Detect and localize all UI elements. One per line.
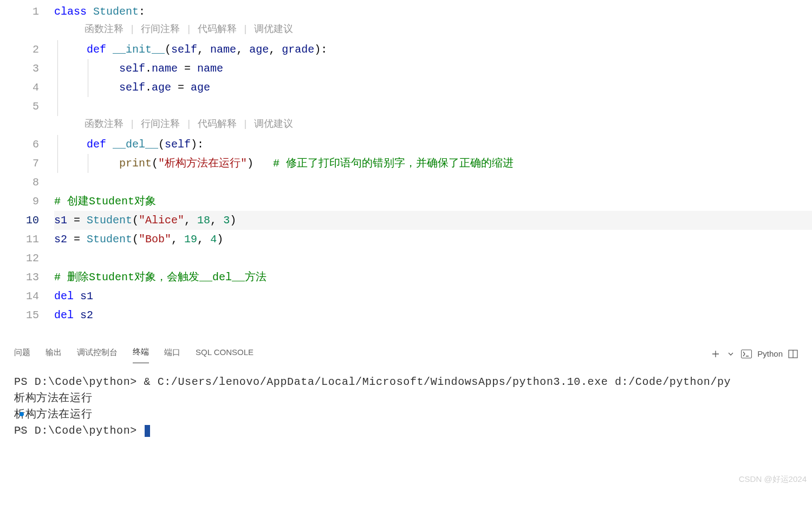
variable: s1 <box>80 290 93 302</box>
line-number: 3 <box>0 59 39 78</box>
code-line[interactable]: self.age = age <box>54 78 812 97</box>
punct: : <box>197 138 204 151</box>
param: age <box>249 43 269 56</box>
code-line[interactable]: def __init__(self, name, age, grade): <box>54 40 812 59</box>
terminal-shell-icon[interactable] <box>741 350 752 358</box>
keyword: del <box>54 309 74 321</box>
split-terminal-icon[interactable] <box>788 349 798 359</box>
tab-output[interactable]: 输出 <box>46 345 62 363</box>
code-line[interactable]: def __del__(self): <box>54 135 812 154</box>
operator: = <box>67 233 87 246</box>
tab-problems[interactable]: 问题 <box>14 345 30 363</box>
whitespace <box>74 290 80 302</box>
tab-sql-console[interactable]: SQL CONSOLE <box>196 345 254 363</box>
punct: ) <box>191 138 197 151</box>
code-line[interactable]: # 创建Student对象 <box>54 192 812 211</box>
tab-ports[interactable]: 端口 <box>164 345 180 363</box>
operator: = <box>171 81 191 94</box>
codelens-hints[interactable]: 函数注释行间注释代码解释调优建议 <box>54 21 812 40</box>
param: self <box>171 43 197 56</box>
status-dot-icon <box>20 412 24 416</box>
line-number: 15 <box>0 306 39 325</box>
panel-tabs: 问题 输出 调试控制台 终端 端口 SQL CONSOLE Python <box>0 342 812 363</box>
hint-item[interactable]: 函数注释 <box>85 119 124 130</box>
terminal-output[interactable]: PS D:\Code\python> & C:/Users/lenovo/App… <box>0 363 812 439</box>
line-number: 13 <box>0 268 39 287</box>
code-line[interactable] <box>54 97 812 116</box>
tab-terminal[interactable]: 终端 <box>133 345 149 363</box>
variable: s2 <box>54 233 67 246</box>
operator: = <box>178 62 197 75</box>
self: self <box>119 62 145 75</box>
new-terminal-icon[interactable] <box>711 349 720 359</box>
terminal-text: 析构方法在运行 <box>14 408 92 421</box>
terminal-cursor <box>145 425 150 437</box>
punct: , <box>184 214 197 227</box>
class-name: Student <box>93 5 139 18</box>
whitespace <box>254 157 273 170</box>
punct: : <box>321 43 327 56</box>
punct: ) <box>217 233 223 246</box>
watermark-text: CSDN @好运2024 <box>739 472 807 486</box>
code-line[interactable]: # 删除Student对象，会触发__del__方法 <box>54 268 812 287</box>
function-name: __init__ <box>113 43 165 56</box>
code-line-current[interactable]: s1 = Student("Alice", 18, 3) <box>54 211 812 230</box>
punct: : <box>139 5 145 18</box>
punct: ) <box>247 157 254 170</box>
code-editor[interactable]: 1 2 3 4 5 6 7 8 9 10 11 12 13 14 15 clas… <box>0 0 812 325</box>
function-name: __del__ <box>113 138 158 151</box>
attr: name <box>152 62 178 75</box>
hint-item[interactable]: 调优建议 <box>237 119 293 130</box>
hint-item[interactable]: 代码解释 <box>180 24 236 35</box>
param: self <box>165 138 191 151</box>
self: self <box>119 81 145 94</box>
code-line[interactable]: class Student: <box>54 2 812 21</box>
code-line[interactable]: del s2 <box>54 306 812 325</box>
line-number: 9 <box>0 192 39 211</box>
punct: . <box>145 81 152 94</box>
keyword: def <box>87 138 106 151</box>
line-number: 14 <box>0 287 39 306</box>
param: grade <box>282 43 314 56</box>
punct: ( <box>165 43 171 56</box>
line-number: 12 <box>0 249 39 268</box>
line-number: 5 <box>0 97 39 116</box>
chevron-down-icon[interactable] <box>726 349 736 359</box>
variable: name <box>197 62 223 75</box>
code-content[interactable]: class Student: 函数注释行间注释代码解释调优建议 def __in… <box>54 2 812 325</box>
punct: ) <box>230 214 236 227</box>
tab-debug-console[interactable]: 调试控制台 <box>77 345 118 363</box>
punct: ( <box>132 214 139 227</box>
line-number: 6 <box>0 135 39 154</box>
hint-item[interactable]: 行间注释 <box>124 119 180 130</box>
shell-label[interactable]: Python <box>757 347 783 361</box>
class-name: Student <box>87 214 132 227</box>
number: 19 <box>184 233 197 246</box>
code-line[interactable]: s2 = Student("Bob", 19, 4) <box>54 230 812 249</box>
keyword: class <box>54 5 87 18</box>
terminal-prompt-line[interactable]: PS D:\Code\python> <box>14 423 798 439</box>
number: 18 <box>197 214 210 227</box>
line-number: 2 <box>0 40 39 59</box>
code-line[interactable] <box>54 173 812 192</box>
hint-item[interactable]: 代码解释 <box>180 119 236 130</box>
code-line[interactable] <box>54 249 812 268</box>
punct: ( <box>152 157 158 170</box>
punct: , <box>171 233 184 246</box>
code-line[interactable]: print("析构方法在运行") # 修正了打印语句的错别字，并确保了正确的缩进 <box>54 154 812 173</box>
punct: , <box>197 43 210 56</box>
operator: = <box>67 214 87 227</box>
function-call: print <box>119 157 152 170</box>
codelens-hints[interactable]: 函数注释行间注释代码解释调优建议 <box>54 116 812 135</box>
line-number: 1 <box>0 2 39 21</box>
param: name <box>210 43 236 56</box>
code-line[interactable]: self.name = name <box>54 59 812 78</box>
punct: ) <box>314 43 321 56</box>
hint-item[interactable]: 调优建议 <box>237 24 293 35</box>
hint-item[interactable]: 函数注释 <box>85 24 124 35</box>
hint-item[interactable]: 行间注释 <box>124 24 180 35</box>
terminal-prompt: PS D:\Code\python> <box>14 424 144 437</box>
comment: # 修正了打印语句的错别字，并确保了正确的缩进 <box>273 157 514 170</box>
keyword: def <box>87 43 106 56</box>
code-line[interactable]: del s1 <box>54 287 812 306</box>
